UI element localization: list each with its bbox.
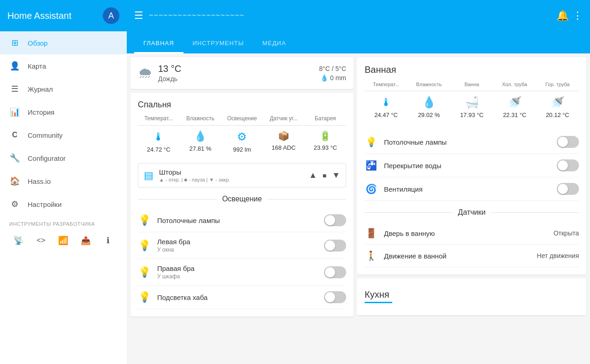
tab-tools[interactable]: ИНСТРУМЕНТЫ xyxy=(183,40,254,53)
hub-backlight-toggle[interactable] xyxy=(324,291,346,303)
bathroom-humidity-col: 💧 29.02 % xyxy=(407,91,450,123)
topbar-title: ~~~~~~~~~~~~~~~~~~~~ xyxy=(149,12,551,20)
ceiling-light-toggle[interactable] xyxy=(324,214,346,226)
sidebar: Home Assistant A ⊞ Обзор 👤 Карта ☰ Журна… xyxy=(0,0,127,364)
dev-tools-label: Инструменты разработчика xyxy=(0,216,127,229)
dev-tool-upload-icon[interactable]: 📤 xyxy=(77,232,94,249)
sidebar-item-overview[interactable]: ⊞ Обзор xyxy=(0,31,127,54)
bathroom-humidity-icon: 💧 xyxy=(422,96,436,109)
topbar-actions: 🔔 ⋮ xyxy=(556,10,583,22)
list-icon: ☰ xyxy=(9,84,20,94)
chart-icon: 📊 xyxy=(9,107,20,117)
weather-rain: 💧 0 mm xyxy=(319,74,346,82)
hub-backlight-icon: 💡 xyxy=(138,291,151,303)
sensors-divider-right xyxy=(491,212,579,213)
right-sconce-name: Правая бра xyxy=(157,264,318,272)
notification-icon[interactable]: 🔔 xyxy=(556,10,569,22)
sidebar-item-history[interactable]: 📊 История xyxy=(0,100,127,123)
blind-up-button[interactable]: ▲ xyxy=(309,170,317,180)
motion-sensor-item: 🚶 Движение в ванной Нет движения xyxy=(365,245,579,267)
hub-backlight-name: Подсветка хаба xyxy=(157,294,318,301)
bedroom-sensor-col-temp: 🌡 24.72 °C xyxy=(138,126,179,158)
sidebar-item-hassio[interactable]: 🏠 Hass.io xyxy=(0,170,127,193)
right-sconce-sub: У шкафа xyxy=(157,273,318,280)
sidebar-item-community[interactable]: C Community xyxy=(0,123,127,147)
bathroom-cold-pipe-value: 22.31 °C xyxy=(503,112,526,118)
dev-tool-wifi-icon[interactable]: 📡 xyxy=(10,232,27,249)
kitchen-card: Кухня xyxy=(357,278,586,315)
person-icon: 👤 xyxy=(9,61,20,71)
bathroom-sensor-grid: Температ... Влажность Ванна Хол. труба Г… xyxy=(365,82,579,123)
bedroom-sensor-header-4: Батарея xyxy=(305,115,346,126)
menu-button[interactable]: ☰ xyxy=(134,10,143,22)
bathroom-hot-pipe-col: 🚿 20.12 °C xyxy=(536,91,579,123)
tab-media[interactable]: МЕДИА xyxy=(253,40,295,53)
bathroom-ceiling-light-toggle[interactable] xyxy=(557,136,579,148)
sidebar-item-log[interactable]: ☰ Журнал xyxy=(0,77,127,100)
blind-control: ▤ Шторы ▲ - откр. | ■ - пауза | ▼ - закр… xyxy=(138,163,346,188)
dev-tools-row: 📡 <> 📶 📤 ℹ xyxy=(0,229,127,256)
motion-sensor-value: Нет движения xyxy=(537,252,579,259)
blind-down-button[interactable]: ▼ xyxy=(332,170,340,180)
weather-rain-value: 0 mm xyxy=(330,74,346,82)
thermometer-icon: 🌡 xyxy=(153,130,164,143)
bedroom-temp-value: 24.72 °C xyxy=(147,146,171,153)
bathroom-title: Ванная xyxy=(365,65,579,75)
left-sconce-icon: 💡 xyxy=(138,240,151,252)
bedroom-sensor-header-0: Температ... xyxy=(138,115,179,126)
blind-stop-button[interactable]: ■ xyxy=(323,172,326,179)
bathroom-bath-value: 17.93 °C xyxy=(460,112,484,118)
bedroom-sensor-grid: Температ... Влажность Освещение Датчик у… xyxy=(138,115,346,158)
bathroom-water-valve-toggle[interactable] xyxy=(557,159,579,171)
wrench-icon: 🔧 xyxy=(9,153,20,163)
left-sconce-toggle[interactable] xyxy=(324,240,346,252)
dev-tool-code-icon[interactable]: <> xyxy=(33,232,49,249)
dev-tool-broadcast-icon[interactable]: 📶 xyxy=(55,232,71,249)
weather-widget: 🌧 13 °C Дождь 8°С / 5°С 💧 0 mm xyxy=(130,57,354,89)
lighting-section-divider: Освещение xyxy=(138,195,346,203)
sidebar-item-settings-label: Настройки xyxy=(28,200,62,208)
bathroom-water-valve-name: Перекрытие воды xyxy=(384,162,550,170)
light-item-left-sconce: 💡 Левая бра У окна xyxy=(138,232,346,259)
app-title: Home Assistant xyxy=(7,11,97,21)
hot-pipe-icon: 🚿 xyxy=(551,96,565,109)
kitchen-title-underline xyxy=(365,302,392,303)
bathroom-bath-col: 🛁 17.93 °C xyxy=(450,91,493,123)
right-sconce-toggle[interactable] xyxy=(324,266,346,278)
weather-temp: 13 °C xyxy=(158,64,313,74)
bathroom-humidity-value: 29.02 % xyxy=(418,112,440,118)
battery-icon: 🔋 xyxy=(319,130,331,141)
bs-header-1: Влажность xyxy=(407,82,450,91)
bathroom-ventilation-toggle[interactable] xyxy=(557,183,579,195)
sidebar-item-overview-label: Обзор xyxy=(28,39,47,47)
co2-sensor-icon: 📦 xyxy=(278,130,289,141)
bedroom-sensor-header-3: Датчик уг... xyxy=(263,115,304,126)
lighting-section-title: Освещение xyxy=(222,195,262,203)
bathroom-sensors-section: Датчики 🚪 Дверь в ванную Открыта 🚶 Движе… xyxy=(365,208,579,267)
dev-tool-info-icon[interactable]: ℹ xyxy=(100,232,117,249)
motion-sensor-name: Движение в ванной xyxy=(384,252,531,260)
sidebar-item-settings[interactable]: ⚙ Настройки xyxy=(0,193,127,216)
bedroom-sensor-header-2: Освещение xyxy=(221,115,263,126)
bs-header-2: Ванна xyxy=(450,82,493,91)
bathroom-temp-value: 24.47 °C xyxy=(374,112,398,118)
sensors-divider-left xyxy=(365,212,453,213)
light-item-right-sconce: 💡 Правая бра У шкафа xyxy=(138,259,346,286)
sidebar-item-map[interactable]: 👤 Карта xyxy=(0,54,127,77)
kitchen-title: Кухня xyxy=(365,289,579,300)
tab-main[interactable]: ГЛАВНАЯ xyxy=(134,40,183,53)
light-sensor-icon: ⚙ xyxy=(237,130,247,143)
divider-left xyxy=(138,199,217,200)
right-sconce-icon: 💡 xyxy=(138,266,151,278)
community-icon: C xyxy=(9,131,20,139)
blind-name: Шторы xyxy=(159,168,303,176)
light-item-hub-backlight: 💡 Подсветка хаба xyxy=(138,286,346,309)
bathroom-ceiling-light-icon: 💡 xyxy=(365,136,378,147)
sidebar-item-configurator[interactable]: 🔧 Configurator xyxy=(0,147,127,170)
bedroom-humidity-value: 27.81 % xyxy=(189,145,212,152)
avatar[interactable]: A xyxy=(103,7,119,24)
bedroom-sensor-col-battery: 🔋 23.93 °C xyxy=(305,126,346,158)
sidebar-item-map-label: Карта xyxy=(28,62,46,70)
bedroom-light-value: 992 lm xyxy=(233,146,251,153)
more-options-icon[interactable]: ⋮ xyxy=(572,10,583,22)
